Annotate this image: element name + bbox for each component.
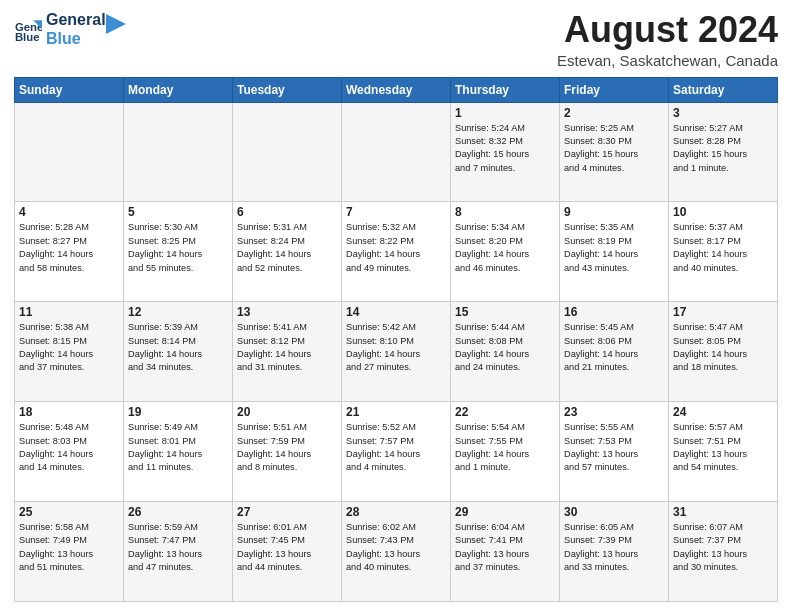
calendar-cell: 30Sunrise: 6:05 AM Sunset: 7:39 PM Dayli…	[560, 502, 669, 602]
day-info: Sunrise: 6:01 AM Sunset: 7:45 PM Dayligh…	[237, 521, 337, 574]
calendar-cell: 23Sunrise: 5:55 AM Sunset: 7:53 PM Dayli…	[560, 402, 669, 502]
day-number: 4	[19, 205, 119, 219]
day-number: 3	[673, 106, 773, 120]
day-number: 21	[346, 405, 446, 419]
day-number: 25	[19, 505, 119, 519]
day-info: Sunrise: 5:45 AM Sunset: 8:06 PM Dayligh…	[564, 321, 664, 374]
day-number: 15	[455, 305, 555, 319]
calendar-cell: 26Sunrise: 5:59 AM Sunset: 7:47 PM Dayli…	[124, 502, 233, 602]
day-info: Sunrise: 5:38 AM Sunset: 8:15 PM Dayligh…	[19, 321, 119, 374]
day-number: 30	[564, 505, 664, 519]
calendar-cell: 3Sunrise: 5:27 AM Sunset: 8:28 PM Daylig…	[669, 102, 778, 202]
day-number: 28	[346, 505, 446, 519]
day-info: Sunrise: 5:37 AM Sunset: 8:17 PM Dayligh…	[673, 221, 773, 274]
calendar-cell: 28Sunrise: 6:02 AM Sunset: 7:43 PM Dayli…	[342, 502, 451, 602]
day-info: Sunrise: 5:41 AM Sunset: 8:12 PM Dayligh…	[237, 321, 337, 374]
day-number: 12	[128, 305, 228, 319]
day-info: Sunrise: 5:58 AM Sunset: 7:49 PM Dayligh…	[19, 521, 119, 574]
calendar-cell: 17Sunrise: 5:47 AM Sunset: 8:05 PM Dayli…	[669, 302, 778, 402]
day-number: 7	[346, 205, 446, 219]
day-number: 31	[673, 505, 773, 519]
calendar-week-1: 1Sunrise: 5:24 AM Sunset: 8:32 PM Daylig…	[15, 102, 778, 202]
day-info: Sunrise: 5:24 AM Sunset: 8:32 PM Dayligh…	[455, 122, 555, 175]
day-number: 23	[564, 405, 664, 419]
day-info: Sunrise: 5:32 AM Sunset: 8:22 PM Dayligh…	[346, 221, 446, 274]
calendar-cell: 8Sunrise: 5:34 AM Sunset: 8:20 PM Daylig…	[451, 202, 560, 302]
calendar-cell: 9Sunrise: 5:35 AM Sunset: 8:19 PM Daylig…	[560, 202, 669, 302]
logo: General Blue General Blue	[14, 10, 126, 48]
calendar-cell: 1Sunrise: 5:24 AM Sunset: 8:32 PM Daylig…	[451, 102, 560, 202]
day-info: Sunrise: 5:25 AM Sunset: 8:30 PM Dayligh…	[564, 122, 664, 175]
day-info: Sunrise: 5:48 AM Sunset: 8:03 PM Dayligh…	[19, 421, 119, 474]
day-info: Sunrise: 5:39 AM Sunset: 8:14 PM Dayligh…	[128, 321, 228, 374]
day-number: 17	[673, 305, 773, 319]
day-number: 9	[564, 205, 664, 219]
day-info: Sunrise: 5:35 AM Sunset: 8:19 PM Dayligh…	[564, 221, 664, 274]
calendar-cell: 5Sunrise: 5:30 AM Sunset: 8:25 PM Daylig…	[124, 202, 233, 302]
title-block: August 2024 Estevan, Saskatchewan, Canad…	[557, 10, 778, 69]
calendar-cell: 10Sunrise: 5:37 AM Sunset: 8:17 PM Dayli…	[669, 202, 778, 302]
calendar-cell	[15, 102, 124, 202]
day-number: 20	[237, 405, 337, 419]
calendar-cell: 31Sunrise: 6:07 AM Sunset: 7:37 PM Dayli…	[669, 502, 778, 602]
day-number: 1	[455, 106, 555, 120]
calendar-cell: 16Sunrise: 5:45 AM Sunset: 8:06 PM Dayli…	[560, 302, 669, 402]
day-number: 11	[19, 305, 119, 319]
calendar-header-row: Sunday Monday Tuesday Wednesday Thursday…	[15, 77, 778, 102]
day-info: Sunrise: 5:51 AM Sunset: 7:59 PM Dayligh…	[237, 421, 337, 474]
day-number: 27	[237, 505, 337, 519]
day-number: 6	[237, 205, 337, 219]
header-wednesday: Wednesday	[342, 77, 451, 102]
day-info: Sunrise: 5:52 AM Sunset: 7:57 PM Dayligh…	[346, 421, 446, 474]
calendar-cell: 29Sunrise: 6:04 AM Sunset: 7:41 PM Dayli…	[451, 502, 560, 602]
svg-text:Blue: Blue	[15, 31, 40, 43]
day-info: Sunrise: 5:28 AM Sunset: 8:27 PM Dayligh…	[19, 221, 119, 274]
header-saturday: Saturday	[669, 77, 778, 102]
day-info: Sunrise: 5:27 AM Sunset: 8:28 PM Dayligh…	[673, 122, 773, 175]
day-number: 5	[128, 205, 228, 219]
header-friday: Friday	[560, 77, 669, 102]
day-number: 16	[564, 305, 664, 319]
calendar-cell: 11Sunrise: 5:38 AM Sunset: 8:15 PM Dayli…	[15, 302, 124, 402]
day-number: 24	[673, 405, 773, 419]
day-info: Sunrise: 5:49 AM Sunset: 8:01 PM Dayligh…	[128, 421, 228, 474]
calendar-cell	[342, 102, 451, 202]
day-info: Sunrise: 5:34 AM Sunset: 8:20 PM Dayligh…	[455, 221, 555, 274]
day-info: Sunrise: 5:31 AM Sunset: 8:24 PM Dayligh…	[237, 221, 337, 274]
day-number: 13	[237, 305, 337, 319]
svg-marker-3	[106, 14, 126, 34]
day-info: Sunrise: 5:55 AM Sunset: 7:53 PM Dayligh…	[564, 421, 664, 474]
calendar-cell: 15Sunrise: 5:44 AM Sunset: 8:08 PM Dayli…	[451, 302, 560, 402]
calendar-cell: 12Sunrise: 5:39 AM Sunset: 8:14 PM Dayli…	[124, 302, 233, 402]
calendar-cell: 14Sunrise: 5:42 AM Sunset: 8:10 PM Dayli…	[342, 302, 451, 402]
day-number: 18	[19, 405, 119, 419]
day-info: Sunrise: 5:47 AM Sunset: 8:05 PM Dayligh…	[673, 321, 773, 374]
day-info: Sunrise: 5:44 AM Sunset: 8:08 PM Dayligh…	[455, 321, 555, 374]
calendar-week-2: 4Sunrise: 5:28 AM Sunset: 8:27 PM Daylig…	[15, 202, 778, 302]
header-tuesday: Tuesday	[233, 77, 342, 102]
main-title: August 2024	[557, 10, 778, 50]
day-info: Sunrise: 5:57 AM Sunset: 7:51 PM Dayligh…	[673, 421, 773, 474]
logo-general: General	[46, 10, 106, 29]
day-info: Sunrise: 6:05 AM Sunset: 7:39 PM Dayligh…	[564, 521, 664, 574]
calendar-table: Sunday Monday Tuesday Wednesday Thursday…	[14, 77, 778, 602]
day-number: 14	[346, 305, 446, 319]
calendar-week-3: 11Sunrise: 5:38 AM Sunset: 8:15 PM Dayli…	[15, 302, 778, 402]
day-number: 10	[673, 205, 773, 219]
calendar-cell: 18Sunrise: 5:48 AM Sunset: 8:03 PM Dayli…	[15, 402, 124, 502]
calendar-week-4: 18Sunrise: 5:48 AM Sunset: 8:03 PM Dayli…	[15, 402, 778, 502]
day-info: Sunrise: 6:07 AM Sunset: 7:37 PM Dayligh…	[673, 521, 773, 574]
day-info: Sunrise: 6:02 AM Sunset: 7:43 PM Dayligh…	[346, 521, 446, 574]
calendar-cell: 24Sunrise: 5:57 AM Sunset: 7:51 PM Dayli…	[669, 402, 778, 502]
header-monday: Monday	[124, 77, 233, 102]
calendar-cell	[124, 102, 233, 202]
calendar-cell: 7Sunrise: 5:32 AM Sunset: 8:22 PM Daylig…	[342, 202, 451, 302]
calendar-cell: 19Sunrise: 5:49 AM Sunset: 8:01 PM Dayli…	[124, 402, 233, 502]
subtitle: Estevan, Saskatchewan, Canada	[557, 52, 778, 69]
logo-chevron-icon	[106, 14, 126, 36]
day-info: Sunrise: 5:54 AM Sunset: 7:55 PM Dayligh…	[455, 421, 555, 474]
calendar-cell: 22Sunrise: 5:54 AM Sunset: 7:55 PM Dayli…	[451, 402, 560, 502]
day-info: Sunrise: 6:04 AM Sunset: 7:41 PM Dayligh…	[455, 521, 555, 574]
page-header: General Blue General Blue August 2024 Es…	[14, 10, 778, 69]
calendar-cell: 25Sunrise: 5:58 AM Sunset: 7:49 PM Dayli…	[15, 502, 124, 602]
